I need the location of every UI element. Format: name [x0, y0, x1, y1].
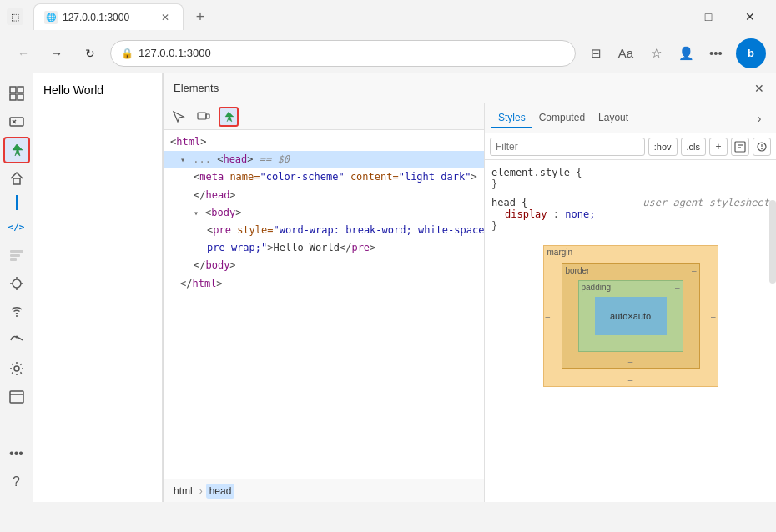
svg-rect-4 — [10, 118, 23, 126]
style-rule-head-close: } — [491, 220, 769, 232]
styles-panel: Styles Computed Layout › :hov .cls + — [485, 103, 776, 502]
reading-mode-button[interactable]: Aa — [612, 40, 639, 67]
address-bar: ← → ↻ 🔒 ⊟ Aa ☆ 👤 ••• b — [0, 33, 776, 73]
active-indicator — [16, 195, 18, 210]
margin-top-dash: – — [709, 248, 714, 257]
tree-line-html-close[interactable]: </html> — [164, 275, 484, 293]
devtools-close-button[interactable]: ✕ — [749, 78, 769, 98]
style-rule-display[interactable]: display : none; — [491, 208, 769, 220]
margin-right-dash: – — [711, 312, 716, 321]
elements-panel: <html> ▾ ... <head> == $0 <meta name="co… — [164, 103, 485, 502]
svg-rect-0 — [10, 87, 16, 93]
sidebar-help-button[interactable]: ? — [3, 469, 30, 495]
tab-styles[interactable]: Styles — [491, 108, 532, 128]
breadcrumb-head[interactable]: head — [206, 484, 235, 499]
styles-filter-input[interactable] — [490, 138, 645, 156]
tab-favicon: 🌐 — [44, 11, 58, 24]
sidebar-more-button[interactable]: ••• — [3, 440, 30, 467]
styles-filter: :hov .cls + — [485, 133, 776, 160]
tree-line-body[interactable]: ▾ <body> — [164, 204, 484, 222]
browser-tab[interactable]: 🌐 127.0.0.1:3000 ✕ — [33, 3, 184, 30]
styles-more-button[interactable]: › — [749, 108, 769, 128]
toggle-all-button[interactable] — [753, 138, 771, 156]
sidebar-network-button[interactable] — [3, 242, 30, 269]
styles-scrollbar[interactable] — [769, 200, 776, 284]
elements-footer: html › head — [164, 479, 484, 502]
svg-rect-25 — [735, 142, 745, 152]
elements-inspect-button[interactable] — [169, 107, 189, 127]
profile-button[interactable]: 👤 — [673, 40, 699, 67]
elements-toolbar — [164, 103, 484, 130]
svg-marker-7 — [13, 144, 23, 156]
tree-line-head-close[interactable]: </head> — [164, 187, 484, 204]
sidebar-wifi-button[interactable] — [3, 299, 30, 325]
svg-rect-3 — [18, 94, 23, 100]
refresh-button[interactable]: ↻ — [77, 40, 103, 67]
hov-button[interactable]: :hov — [648, 138, 678, 156]
svg-rect-9 — [10, 250, 23, 253]
svg-point-19 — [14, 366, 19, 371]
devtools-body: <html> ▾ ... <head> == $0 <meta name="co… — [164, 103, 776, 502]
elements-responsive-button[interactable] — [194, 107, 214, 127]
svg-point-17 — [16, 315, 18, 317]
style-rule-head-selector-line[interactable]: head { user agent stylesheet — [491, 197, 769, 208]
elements-tree: <html> ▾ ... <head> == $0 <meta name="co… — [164, 130, 484, 479]
style-rule-element: element.style { } — [485, 163, 776, 193]
cls-button[interactable]: .cls — [681, 138, 707, 156]
svg-rect-11 — [10, 258, 17, 261]
title-bar: ⬚ 🌐 127.0.0.1:3000 ✕ + — □ ✕ — [0, 0, 776, 33]
collections-button[interactable]: ⊟ — [582, 40, 609, 67]
margin-left-dash: – — [546, 312, 551, 321]
svg-marker-24 — [225, 112, 234, 122]
minimize-button[interactable]: — — [648, 3, 686, 30]
sidebar-debug-button[interactable] — [3, 270, 30, 297]
devtools-panel: Elements ✕ — [163, 73, 776, 502]
sidebar-sources-button[interactable]: </> — [3, 213, 30, 240]
margin-bottom-dash: – — [628, 375, 633, 384]
tab-computed[interactable]: Computed — [532, 108, 592, 128]
main-content: </> ••• ? Hello World Elements ✕ — [0, 73, 776, 502]
sidebar-inspect-button[interactable] — [3, 80, 30, 107]
more-button[interactable]: ••• — [703, 40, 729, 67]
svg-rect-22 — [198, 113, 206, 119]
add-style-button[interactable]: + — [709, 138, 728, 156]
sidebar-icons: </> ••• ? — [0, 73, 33, 502]
tab-title: 127.0.0.1:3000 — [63, 12, 129, 23]
box-model: auto×auto margin – – – – border – – padd… — [485, 235, 776, 397]
tree-line[interactable]: <html> — [164, 133, 484, 151]
bing-button[interactable]: b — [736, 38, 766, 68]
tree-line-meta[interactable]: <meta name="color-scheme" content="light… — [164, 168, 484, 186]
tree-line-pre-content[interactable]: pre-wrap;">Hello World</pre> — [164, 239, 484, 257]
sidebar-browser-button[interactable] — [3, 384, 30, 410]
sidebar-settings-button[interactable] — [3, 355, 30, 382]
tree-line-head[interactable]: ▾ ... <head> == $0 — [164, 151, 484, 168]
sidebar-home-button[interactable] — [3, 165, 30, 192]
styles-content: element.style { } head { user agent styl… — [485, 160, 776, 502]
svg-rect-20 — [10, 391, 23, 403]
new-tab-button[interactable]: + — [187, 3, 214, 30]
maximize-button[interactable]: □ — [689, 3, 728, 30]
style-rule-head: head { user agent stylesheet display : n… — [485, 193, 776, 235]
close-button[interactable]: ✕ — [731, 3, 769, 30]
forward-button[interactable]: → — [43, 40, 70, 67]
style-rule-selector[interactable]: element.style { — [491, 167, 769, 178]
svg-point-30 — [761, 148, 763, 149]
new-style-rule-button[interactable] — [731, 138, 749, 156]
tab-layout[interactable]: Layout — [592, 108, 635, 128]
tree-line-pre[interactable]: <pre style="word-wrap: break-word; white… — [164, 222, 484, 239]
tab-close-button[interactable]: ✕ — [158, 10, 173, 25]
back-button[interactable]: ← — [10, 40, 37, 67]
favorites-button[interactable]: ☆ — [642, 40, 669, 67]
svg-rect-10 — [10, 254, 20, 257]
border-label: border — [566, 266, 590, 275]
tree-line-body-close[interactable]: </body> — [164, 257, 484, 274]
sidebar-performance-button[interactable] — [3, 327, 30, 354]
breadcrumb-html[interactable]: html — [170, 484, 196, 499]
sidebar-console-button[interactable] — [3, 108, 30, 135]
address-input[interactable] — [139, 47, 565, 59]
svg-rect-2 — [10, 94, 16, 100]
svg-rect-1 — [18, 87, 23, 93]
sidebar-picker-button[interactable] — [3, 137, 30, 163]
window-controls: — □ ✕ — [648, 3, 769, 30]
elements-picker-button[interactable] — [219, 107, 239, 127]
